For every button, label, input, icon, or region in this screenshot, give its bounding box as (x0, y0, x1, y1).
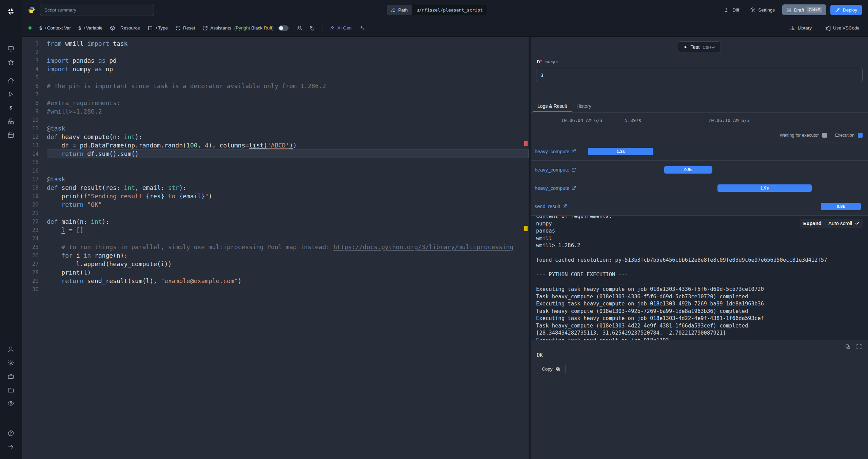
code-line[interactable]: #extra_requirements: (47, 99, 529, 107)
line-number[interactable]: 28 (22, 268, 39, 277)
script-path[interactable]: u/rfiszel/pleasant_script (412, 5, 488, 15)
code-line[interactable]: return df.sum().sum() (47, 149, 529, 158)
line-number[interactable]: 23 (22, 226, 39, 234)
line-number[interactable]: 20 (22, 200, 39, 209)
line-number[interactable]: 13 (22, 141, 39, 149)
sidebar-item-workers[interactable] (3, 370, 18, 383)
line-number[interactable]: 10 (22, 116, 39, 124)
code-line[interactable]: def send_result(res: int, email: str): (47, 183, 529, 192)
code-line[interactable] (47, 285, 529, 294)
code-line[interactable]: print(f"Sending result {res} to {email}"… (47, 192, 529, 200)
line-number[interactable]: 16 (22, 166, 39, 175)
line-number[interactable]: 18 (22, 183, 39, 192)
warning-marker[interactable] (524, 226, 528, 231)
line-number[interactable]: 27 (22, 260, 39, 268)
copy-result-icon[interactable] (845, 344, 851, 350)
line-number[interactable]: 12 (22, 133, 39, 141)
line-number[interactable]: 19 (22, 192, 39, 200)
line-number[interactable]: 11 (22, 124, 39, 133)
line-number[interactable]: 21 (22, 209, 39, 217)
add-type-button[interactable]: +Type (144, 23, 171, 33)
code-line[interactable]: l.append(heavy_compute(i)) (47, 260, 529, 268)
line-number[interactable]: 6 (22, 82, 39, 90)
code-lines[interactable]: from wmill import task import pandas as … (47, 39, 529, 459)
code-line[interactable]: import pandas as pd (47, 56, 529, 65)
job-link[interactable]: heavy_compute (535, 185, 576, 191)
path-button[interactable]: Path (387, 5, 412, 15)
sidebar-item-favorites[interactable] (3, 56, 18, 69)
line-number[interactable]: 17 (22, 175, 39, 183)
code-line[interactable]: # The pin is important since task is a d… (47, 82, 529, 90)
line-number[interactable]: 25 (22, 243, 39, 251)
add-context-var-button[interactable]: $+Context Var (36, 23, 74, 33)
logs-container[interactable]: Expand Auto scroll content of requiremen… (531, 216, 868, 340)
sidebar-item-folders[interactable] (3, 383, 18, 397)
code-line[interactable]: #wmill>=1.286.2 (47, 107, 529, 116)
maximize-icon[interactable] (856, 344, 862, 350)
assistants-toggle[interactable] (278, 25, 289, 31)
code-line[interactable]: df = pd.DataFrame(np.random.randn(100, 4… (47, 141, 529, 149)
code-line[interactable]: for i in range(n): (47, 251, 529, 260)
line-number[interactable]: 24 (22, 234, 39, 243)
add-variable-button[interactable]: $+Variable (75, 23, 105, 33)
tab-logs-result[interactable]: Logs & Result (533, 100, 572, 112)
sidebar-item-settings[interactable] (3, 356, 18, 370)
job-link[interactable]: heavy_compute (535, 167, 576, 173)
line-number[interactable]: 8 (22, 99, 39, 107)
job-link[interactable]: heavy_compute (535, 149, 576, 154)
draft-button[interactable]: Draft Ctrl+S (782, 4, 826, 15)
sidebar-item-workspace[interactable] (3, 42, 18, 56)
line-number[interactable]: 29 (22, 277, 39, 285)
line-number[interactable]: 7 (22, 90, 39, 99)
autoscroll-toggle[interactable]: Auto scroll (828, 220, 860, 226)
ai-gen-button[interactable]: AI Gen (327, 23, 355, 33)
code-line[interactable]: # to run things in parallel, simply use … (47, 243, 529, 251)
code-line[interactable]: return "OK" (47, 200, 529, 209)
line-number[interactable]: 3 (22, 56, 39, 65)
sidebar-item-home[interactable] (3, 74, 18, 87)
sidebar-item-resources[interactable] (3, 115, 18, 128)
sidebar-item-variables[interactable]: $ (3, 101, 18, 115)
line-numbers[interactable]: 1234567891011121314151617181920212223242… (22, 39, 39, 459)
summary-input[interactable] (40, 4, 154, 16)
test-button[interactable]: Test Ctrl+↵ (678, 41, 721, 53)
line-number[interactable]: 1 (22, 39, 39, 48)
code-line[interactable]: def main(n: int): (47, 217, 529, 226)
sparkles-button[interactable] (356, 23, 368, 33)
code-line[interactable]: l = [] (47, 226, 529, 234)
code-line[interactable] (47, 48, 529, 56)
assistants-button[interactable]: Assistants (199, 23, 234, 33)
code-line[interactable]: @task (47, 124, 529, 133)
windmill-logo-icon[interactable] (3, 5, 18, 18)
tag-button[interactable] (307, 23, 318, 33)
code-line[interactable] (47, 234, 529, 243)
line-number[interactable]: 5 (22, 73, 39, 82)
code-line[interactable]: from wmill import task (47, 39, 529, 48)
expand-button[interactable]: Expand (803, 220, 822, 226)
use-vscode-button[interactable]: Use VSCode (822, 23, 863, 33)
error-marker[interactable] (524, 141, 528, 146)
line-number[interactable]: 15 (22, 158, 39, 166)
code-line[interactable]: return send_result(sum(l), "example@exam… (47, 277, 529, 285)
line-number[interactable]: 22 (22, 217, 39, 226)
sidebar-collapse[interactable] (3, 440, 18, 454)
code-line[interactable] (47, 90, 529, 99)
line-number[interactable]: 9 (22, 107, 39, 116)
arg-n-input[interactable] (536, 68, 863, 82)
multiplayer-button[interactable] (293, 23, 305, 33)
sidebar-item-help[interactable] (3, 426, 18, 440)
job-link[interactable]: send_result (535, 204, 567, 209)
line-number[interactable]: 14 (22, 149, 39, 158)
code-line[interactable]: @task (47, 175, 529, 183)
code-line[interactable] (47, 166, 529, 175)
diff-button[interactable]: Diff (721, 4, 743, 15)
code-line[interactable]: def heavy_compute(n: int): (47, 133, 529, 141)
sidebar-item-runs[interactable] (3, 87, 18, 101)
line-number[interactable]: 26 (22, 251, 39, 260)
line-number[interactable]: 2 (22, 48, 39, 56)
sidebar-item-audit[interactable] (3, 397, 18, 410)
code-line[interactable] (47, 73, 529, 82)
code-line[interactable] (47, 116, 529, 124)
copy-button[interactable]: Copy (537, 364, 566, 374)
code-line[interactable]: print(l) (47, 268, 529, 277)
